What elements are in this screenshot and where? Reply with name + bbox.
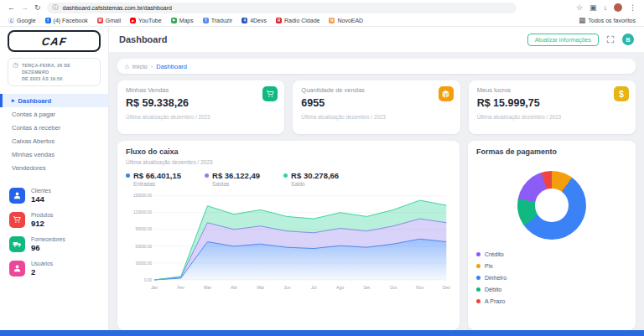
stat-fornecedores[interactable]: Fornecedores96: [9, 236, 99, 252]
bookmark-youtube[interactable]: YouTube: [130, 18, 162, 23]
sidebar-item-minhas-vendas[interactable]: ▸Minhas vendas: [0, 147, 108, 161]
legend-saldo: R$ 30.278,66 Saldo: [283, 171, 339, 187]
maps-favicon-icon: [171, 18, 177, 23]
legend-dinheiro: Dinheiro: [476, 275, 627, 281]
url-text: dashboard.cafsistemas.com.br/dashboard: [63, 5, 172, 11]
page-header: Dashboard Atualizar informações B: [109, 27, 644, 52]
credito-dot-icon: [476, 252, 480, 256]
clock-icon: ◷: [13, 62, 18, 69]
legend-pix: Pix: [476, 263, 627, 269]
card-minhas-vendas: Minhas Vendas R$ 59.338,26 Última atuali…: [117, 80, 284, 134]
folder-icon: ▦: [579, 17, 586, 24]
content-area: ⌂ Início › Dashboard Minhas Vendas R$ 59…: [109, 52, 644, 330]
user-avatar[interactable]: B: [622, 34, 634, 45]
google-favicon-icon: [8, 18, 14, 23]
chevron-right-icon: ▸: [12, 97, 15, 104]
bottom-bar: [0, 330, 644, 336]
stat-clientes[interactable]: Clientes144: [9, 188, 99, 204]
app-logo[interactable]: CAF: [8, 30, 101, 52]
saidas-dot-icon: [205, 173, 209, 178]
bookmark-traduzir[interactable]: Traduzir: [203, 18, 232, 23]
bookmark-4devs[interactable]: 4Devs: [242, 18, 267, 23]
translate-favicon-icon: [203, 18, 209, 23]
svg-text:Abr: Abr: [231, 285, 237, 290]
4devs-favicon-icon: [242, 18, 247, 23]
breadcrumb-current: Dashboard: [156, 63, 187, 70]
bookmark-star-icon[interactable]: ☆: [576, 4, 583, 12]
datetime-widget: ◷ TERÇA-FEIRA, 26 DE DEZEMBRO DE 2023 ÀS…: [8, 58, 101, 86]
page-title: Dashboard: [119, 34, 167, 44]
svg-text:60000.00: 60000.00: [136, 245, 153, 249]
datetime-line1: TERÇA-FEIRA, 26 DE DEZEMBRO: [22, 62, 96, 75]
browser-profile-avatar[interactable]: [614, 3, 622, 12]
update-info-button[interactable]: Atualizar informações: [527, 34, 599, 46]
payment-methods-title: Formas de pagamento: [476, 147, 627, 156]
sidebar-item-dashboard[interactable]: ▸Dashboard: [0, 94, 108, 107]
sidebar-item-contas-a-pagar[interactable]: ▸Contas à pagar: [0, 107, 108, 121]
cash-flow-title: Fluxo do caixa: [126, 147, 451, 156]
bookmark-maps[interactable]: Maps: [171, 18, 194, 23]
card-meus-lucros: Meus lucros R$ 15.999,75 Última atualiza…: [469, 80, 636, 134]
bookmark-gmail[interactable]: Gmail: [97, 18, 121, 23]
side-panel-icon[interactable]: ▣: [589, 4, 597, 12]
site-info-icon[interactable]: ⓘ: [53, 3, 59, 12]
logo-text: CAF: [41, 35, 68, 48]
donut-hole: [535, 189, 568, 221]
bookmark-radio-cidade[interactable]: Radio Cidade: [276, 18, 319, 23]
svg-text:90000.00: 90000.00: [136, 228, 153, 232]
svg-text:Out: Out: [390, 285, 397, 290]
app-window: CAF ◷ TERÇA-FEIRA, 26 DE DEZEMBRO DE 202…: [0, 27, 644, 330]
reload-icon[interactable]: ↻: [34, 4, 41, 12]
bookmark-novoead[interactable]: NovoEAD: [329, 18, 363, 23]
svg-text:30000.00: 30000.00: [136, 261, 153, 266]
person-icon: [9, 261, 25, 277]
cart-icon: [262, 86, 278, 101]
browser-actions: ☆ ▣ ↓ ⋮: [576, 3, 636, 12]
svg-text:Jan: Jan: [151, 285, 158, 290]
svg-text:Ago: Ago: [336, 285, 344, 290]
entradas-dot-icon: [126, 173, 130, 178]
downloads-icon[interactable]: ↓: [604, 4, 608, 12]
browser-menu-icon[interactable]: ⋮: [629, 4, 636, 12]
breadcrumb-home[interactable]: Início: [132, 63, 148, 70]
charts-row: Fluxo do caixa Última atualização dezemb…: [117, 141, 636, 330]
radio-favicon-icon: [276, 18, 282, 23]
stat-usuarios[interactable]: Usuários2: [9, 261, 99, 277]
sidebar-item-contas-a-receber[interactable]: ▸Contas à receber: [0, 121, 108, 134]
address-bar-row: ← → ↻ ⓘ dashboard.cafsistemas.com.br/das…: [0, 0, 644, 15]
url-bar[interactable]: ⓘ dashboard.cafsistemas.com.br/dashboard: [47, 3, 517, 13]
sidebar-stats: Clientes144 Produtos912 Fornecedores96 U…: [0, 188, 108, 277]
legend-a-prazo: A Prazo: [476, 298, 627, 304]
main-area: Dashboard Atualizar informações B ⌂ Iníc…: [109, 27, 644, 330]
profit-value: R$ 15.999,75: [477, 97, 627, 109]
browser-chrome: ← → ↻ ⓘ dashboard.cafsistemas.com.br/das…: [0, 0, 644, 27]
back-icon[interactable]: ←: [8, 4, 15, 12]
svg-text:120000.00: 120000.00: [133, 210, 153, 215]
cash-flow-legend: R$ 66.401,15 Entradas R$ 36.122,49 Saída…: [126, 171, 451, 187]
bookmarks-bar: Google (4) Facebook Gmail YouTube Maps T…: [0, 15, 644, 27]
svg-text:0.00: 0.00: [144, 278, 153, 282]
money-icon: $: [614, 86, 629, 101]
sidebar-item-vendedores[interactable]: ▸Vendedores: [0, 161, 108, 174]
summary-cards: Minhas Vendas R$ 59.338,26 Última atuali…: [117, 80, 636, 134]
legend-debito: Débito: [476, 287, 627, 292]
fullscreen-icon[interactable]: [606, 32, 615, 47]
bookmark-facebook[interactable]: (4) Facebook: [45, 18, 88, 23]
svg-text:Mar: Mar: [204, 285, 211, 290]
box-icon: [439, 86, 454, 101]
debito-dot-icon: [476, 287, 480, 292]
cash-flow-chart: 150000.00120000.0090000.0060000.0030000.…: [126, 191, 451, 297]
novoead-favicon-icon: [329, 18, 335, 23]
youtube-favicon-icon: [130, 18, 136, 23]
forward-icon[interactable]: →: [21, 4, 29, 12]
bookmark-google[interactable]: Google: [8, 18, 36, 23]
stat-produtos[interactable]: Produtos912: [9, 212, 99, 228]
sales-count-value: 6955: [301, 97, 451, 109]
sidebar-item-caixas-abertos[interactable]: ▸Caixas Abertos: [0, 134, 108, 147]
home-icon[interactable]: ⌂: [125, 63, 129, 70]
legend-credito: Crédito: [476, 251, 627, 257]
card-quantidade-vendas: Quantidade de vendas 6955 Última atualiz…: [293, 80, 460, 134]
sales-value: R$ 59.338,26: [126, 97, 276, 109]
datetime-line2: DE 2023 ÀS 19:50: [22, 75, 96, 82]
all-favorites-button[interactable]: ▦Todos os favoritos: [579, 17, 636, 24]
